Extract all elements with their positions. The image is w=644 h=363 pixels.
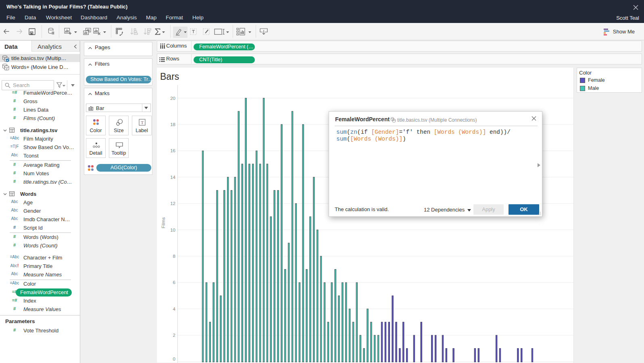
svg-text:4: 4 <box>173 307 176 311</box>
svg-text:18: 18 <box>170 122 175 127</box>
svg-text:0: 0 <box>173 357 175 361</box>
svg-text:12: 12 <box>170 201 175 206</box>
svg-text:20: 20 <box>170 96 175 101</box>
svg-text:8: 8 <box>173 254 175 259</box>
svg-text:T: T <box>141 120 144 125</box>
svg-text:10: 10 <box>170 228 175 232</box>
svg-text:2: 2 <box>173 333 175 338</box>
svg-text:16: 16 <box>170 148 175 153</box>
svg-text:6: 6 <box>173 280 175 285</box>
svg-text:14: 14 <box>170 175 175 180</box>
svg-text:Films: Films <box>161 217 166 228</box>
